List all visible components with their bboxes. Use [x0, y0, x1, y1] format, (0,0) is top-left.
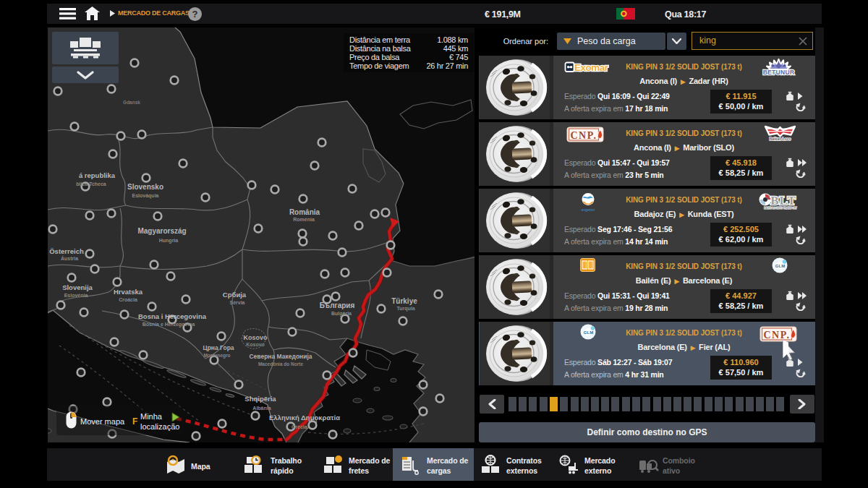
svg-text:Österreich: Österreich [49, 247, 84, 255]
svg-text:BETUNUR: BETUNUR [763, 69, 795, 76]
svg-text:Balkan Loco: Balkan Loco [770, 137, 791, 141]
svg-text:Kosovo: Kosovo [246, 342, 265, 347]
svg-text:Sérvia: Sérvia [229, 300, 244, 305]
svg-text:Shqipëria: Shqipëria [244, 395, 276, 403]
svg-text:BLT: BLT [770, 194, 796, 207]
svg-text:BALTIC LOGISTIC TRANSPORT: BALTIC LOGISTIC TRANSPORT [764, 207, 796, 210]
svg-text:Turquia: Turquia [396, 306, 414, 312]
svg-text:Црна Гора: Црна Гора [203, 344, 234, 351]
svg-text:Bulgária: Bulgária [331, 311, 352, 317]
svg-text:Bósnia e Herzegovina: Bósnia e Herzegovina [142, 322, 195, 328]
svg-text:?: ? [192, 9, 198, 20]
svg-text:România: România [289, 208, 320, 216]
svg-text:Slovensko: Slovensko [127, 183, 163, 191]
svg-text:Ελληνική Δημοκρατία: Ελληνική Δημοκρατία [269, 414, 340, 421]
svg-text:Magyarország: Magyarország [137, 227, 186, 235]
svg-text:Hrvatska: Hrvatska [114, 288, 143, 296]
svg-text:Slovenija: Slovenija [62, 283, 93, 291]
svg-text:á republika: á republika [79, 171, 116, 179]
svg-text:Kosovo: Kosovo [243, 334, 268, 341]
svg-text:Exomar: Exomar [574, 62, 609, 73]
svg-text:Montenegro: Montenegro [203, 353, 230, 359]
svg-text:blica Tcheca: blica Tcheca [76, 181, 106, 187]
svg-text:Eslovénia: Eslovénia [64, 293, 88, 298]
svg-text:Eslováquia: Eslováquia [132, 193, 159, 199]
svg-text:Hungria: Hungria [159, 238, 179, 244]
svg-text:Macedónia do Norte: Macedónia do Norte [258, 361, 304, 367]
svg-text:Albânia: Albânia [252, 406, 271, 411]
svg-text:engeron: engeron [582, 207, 595, 212]
svg-text:Grécia: Grécia [292, 424, 307, 429]
svg-text:Türkiye: Türkiye [391, 297, 417, 305]
svg-text:Roménia: Roménia [293, 217, 315, 222]
svg-text:Croácia: Croácia [119, 297, 137, 302]
svg-text:Србија: Србија [223, 291, 247, 299]
svg-text:Bosna i Hercegovina: Bosna i Hercegovina [138, 312, 207, 320]
svg-text:Северна Македонија: Северна Македонија [249, 353, 312, 360]
svg-text:България: България [320, 301, 355, 309]
svg-text:Gdansk: Gdansk [123, 100, 140, 105]
svg-text:Áustria: Áustria [61, 255, 78, 261]
